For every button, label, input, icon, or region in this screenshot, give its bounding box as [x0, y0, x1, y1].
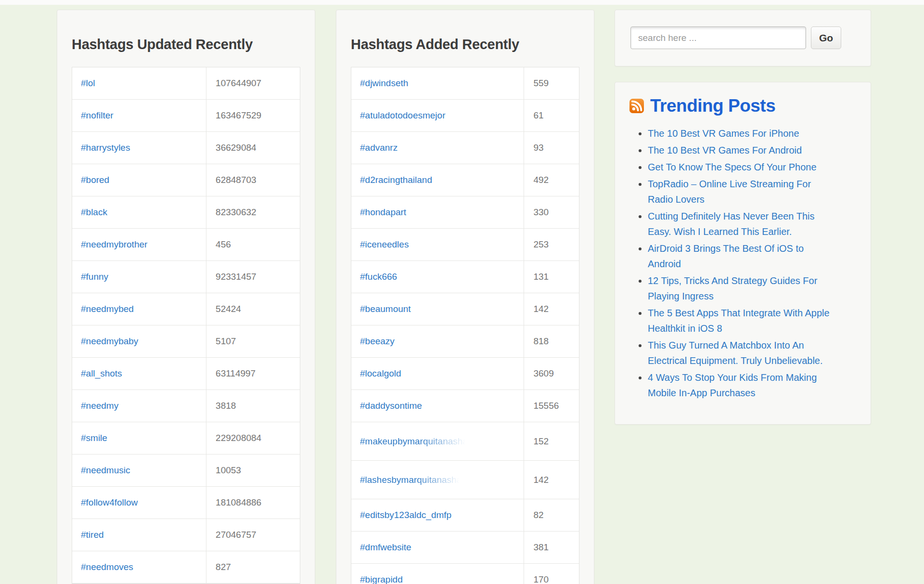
trending-link[interactable]: 4 Ways To Stop Your Kids From Making Mob… — [648, 372, 817, 398]
hashtag-link[interactable]: #beeazy — [360, 336, 395, 347]
hashtag-link[interactable]: #hondapart — [360, 207, 406, 218]
hashtags-added-table: #djwindseth 559 #atuladotodoesmejor 61 #… — [351, 67, 579, 584]
hashtag-cell: #smile — [72, 422, 206, 454]
trending-link[interactable]: AirDroid 3 Brings The Best Of iOS to And… — [648, 243, 804, 269]
table-row: #needmybed 52424 — [72, 293, 300, 325]
hashtag-link[interactable]: #nofilter — [81, 110, 114, 121]
trending-item: This Guy Turned A Matchbox Into An Elect… — [648, 337, 836, 368]
table-row: #iceneedles 253 — [351, 229, 579, 261]
hashtags-updated-title: Hashtags Updated Recently — [72, 36, 300, 52]
table-row: #needmusic 10053 — [72, 454, 300, 487]
hashtag-link[interactable]: #needmybed — [81, 304, 134, 314]
hashtag-link[interactable]: #advanrz — [360, 143, 398, 153]
hashtag-link[interactable]: #daddysontime — [360, 401, 422, 411]
hashtag-cell: #black — [72, 196, 206, 228]
hashtag-link[interactable]: #d2racingthailand — [360, 175, 432, 185]
hashtag-link[interactable]: #iceneedles — [360, 239, 409, 250]
hashtag-cell: #bored — [72, 164, 206, 196]
hashtag-link[interactable]: #harrystyles — [81, 143, 130, 153]
hashtag-count: 5107 — [206, 325, 300, 357]
trending-item: The 10 Best VR Games For Android — [648, 143, 836, 158]
hashtag-link[interactable]: #needmy — [81, 401, 118, 411]
table-row: #daddysontime 15556 — [351, 390, 579, 422]
hashtag-cell: #beaumount — [351, 293, 524, 325]
hashtag-cell: #needmybed — [72, 293, 206, 325]
hashtag-link[interactable]: #localgold — [360, 368, 401, 379]
hashtag-count: 92331457 — [206, 261, 300, 293]
hashtag-link[interactable]: #black — [81, 207, 107, 218]
trending-link[interactable]: Cutting Definitely Has Never Been This E… — [648, 211, 814, 237]
hashtag-cell: #beeazy — [351, 325, 524, 357]
hashtag-count: 63114997 — [206, 358, 300, 389]
hashtag-link[interactable]: #follow4follow — [81, 497, 138, 508]
hashtag-count: 142 — [524, 293, 579, 325]
trending-header: Trending Posts — [629, 96, 871, 116]
hashtag-link[interactable]: #beaumount — [360, 304, 411, 314]
hashtag-cell: #djwindseth — [351, 67, 524, 99]
hashtag-count: 253 — [524, 229, 579, 260]
table-row: #atuladotodoesmejor 61 — [351, 100, 579, 132]
hashtag-link[interactable]: #lol — [81, 78, 95, 89]
hashtag-link[interactable]: #dmfwebsite — [360, 542, 411, 553]
hashtag-link[interactable]: #makeupbymarquitanasha — [360, 436, 468, 447]
hashtag-count: 559 — [524, 67, 579, 99]
hashtag-cell: #harrystyles — [72, 132, 206, 164]
hashtag-cell: #needmy — [72, 390, 206, 422]
hashtag-count: 381 — [524, 532, 579, 563]
trending-item: 12 Tips, Tricks And Strategy Guides For … — [648, 273, 836, 304]
hashtag-link[interactable]: #needmoves — [81, 562, 133, 572]
table-row: #funny 92331457 — [72, 261, 300, 293]
trending-item: The 10 Best VR Games For iPhone — [648, 126, 836, 141]
hashtag-link[interactable]: #atuladotodoesmejor — [360, 110, 445, 121]
table-row: #djwindseth 559 — [351, 67, 579, 100]
trending-panel: Trending Posts The 10 Best VR Games For … — [615, 82, 871, 425]
hashtag-link[interactable]: #bigrapidd — [360, 574, 403, 584]
trending-list: The 10 Best VR Games For iPhone The 10 B… — [615, 126, 871, 401]
trending-link[interactable]: TopRadio – Online Live Streaming For Rad… — [648, 179, 811, 205]
hashtag-link[interactable]: #bored — [81, 175, 109, 185]
hashtag-count: 330 — [524, 196, 579, 228]
trending-item: Cutting Definitely Has Never Been This E… — [648, 208, 836, 239]
trending-link[interactable]: The 10 Best VR Games For Android — [648, 145, 802, 156]
table-row: #black 82330632 — [72, 196, 300, 229]
hashtag-cell: #iceneedles — [351, 229, 524, 260]
hashtag-count: 61 — [524, 100, 579, 131]
hashtag-cell: #hondapart — [351, 196, 524, 228]
hashtag-link[interactable]: #fuck666 — [360, 272, 397, 282]
table-row: #advanrz 93 — [351, 132, 579, 164]
hashtag-count: 36629084 — [206, 132, 300, 164]
table-row: #bigrapidd 170 — [351, 564, 579, 584]
hashtag-link[interactable]: #needmybaby — [81, 336, 138, 347]
hashtag-link[interactable]: #funny — [81, 272, 108, 282]
go-button[interactable]: Go — [811, 26, 841, 49]
hashtag-link[interactable]: #smile — [81, 433, 107, 443]
hashtag-link[interactable]: #tired — [81, 530, 104, 540]
hashtag-count: 142 — [524, 461, 579, 499]
trending-link[interactable]: This Guy Turned A Matchbox Into An Elect… — [648, 340, 823, 366]
hashtag-count: 52424 — [206, 293, 300, 325]
hashtag-cell: #d2racingthailand — [351, 164, 524, 196]
hashtag-count: 27046757 — [206, 519, 300, 551]
hashtag-cell: #follow4follow — [72, 487, 206, 519]
hashtag-count: 82330632 — [206, 196, 300, 228]
trending-link[interactable]: The 5 Best Apps That Integrate With Appl… — [648, 308, 830, 334]
search-input[interactable] — [630, 26, 806, 49]
trending-link[interactable]: The 10 Best VR Games For iPhone — [648, 128, 799, 139]
hashtag-link[interactable]: #editsby123aldc_dmfp — [360, 510, 451, 520]
hashtag-cell: #makeupbymarquitanasha — [351, 422, 524, 460]
hashtag-link[interactable]: #djwindseth — [360, 78, 408, 89]
hashtag-cell: #editsby123aldc_dmfp — [351, 499, 524, 531]
hashtag-count: 492 — [524, 164, 579, 196]
table-row: #makeupbymarquitanasha 152 — [351, 422, 579, 461]
table-row: #harrystyles 36629084 — [72, 132, 300, 164]
hashtag-link[interactable]: #lashesbymarquitanasha — [360, 475, 462, 485]
hashtag-count: 818 — [524, 325, 579, 357]
hashtag-link[interactable]: #needmybrother — [81, 239, 147, 250]
trending-title: Trending Posts — [650, 96, 775, 116]
trending-link[interactable]: Get To Know The Specs Of Your Phone — [648, 162, 817, 172]
table-row: #follow4follow 181084886 — [72, 487, 300, 519]
trending-link[interactable]: 12 Tips, Tricks And Strategy Guides For … — [648, 275, 817, 301]
hashtag-link[interactable]: #all_shots — [81, 368, 122, 379]
hashtag-link[interactable]: #needmusic — [81, 465, 130, 476]
table-row: #dmfwebsite 381 — [351, 532, 579, 564]
